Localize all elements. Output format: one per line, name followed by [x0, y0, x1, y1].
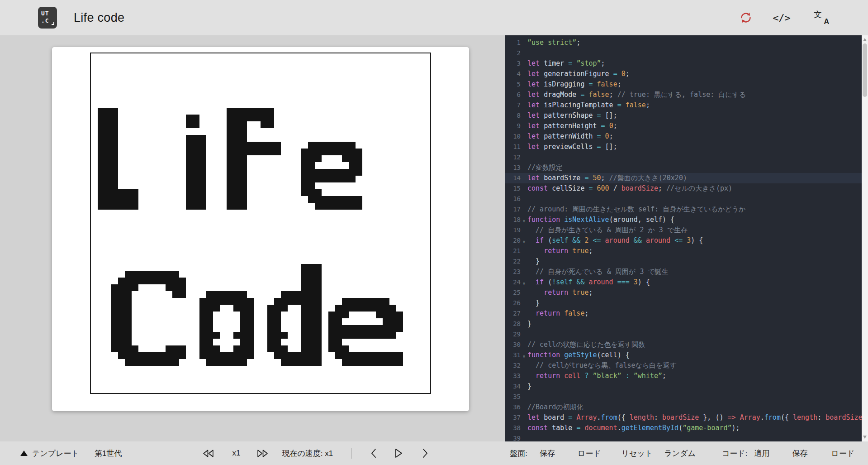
- alive-cell[interactable]: [125, 339, 132, 345]
- alive-cell[interactable]: [240, 176, 247, 182]
- alive-cell[interactable]: [118, 352, 125, 359]
- alive-cell[interactable]: [274, 149, 281, 155]
- alive-cell[interactable]: [193, 155, 199, 162]
- alive-cell[interactable]: [104, 176, 111, 182]
- alive-cell[interactable]: [301, 162, 308, 169]
- alive-cell[interactable]: [281, 345, 288, 352]
- alive-cell[interactable]: [104, 196, 111, 203]
- alive-cell[interactable]: [213, 305, 220, 312]
- code-line[interactable]: 29: [505, 329, 862, 340]
- alive-cell[interactable]: [199, 203, 206, 210]
- code-line[interactable]: 38const table = document.getElementById(…: [505, 423, 862, 433]
- alive-cell[interactable]: [335, 196, 342, 203]
- alive-cell[interactable]: [342, 155, 349, 162]
- alive-cell[interactable]: [335, 332, 342, 339]
- alive-cell[interactable]: [308, 162, 315, 169]
- alive-cell[interactable]: [349, 149, 356, 155]
- alive-cell[interactable]: [98, 196, 104, 203]
- alive-cell[interactable]: [125, 278, 132, 284]
- alive-cell[interactable]: [254, 115, 261, 121]
- alive-cell[interactable]: [240, 162, 247, 169]
- alive-cell[interactable]: [383, 312, 389, 318]
- alive-cell[interactable]: [104, 135, 111, 142]
- alive-cell[interactable]: [267, 339, 274, 345]
- alive-cell[interactable]: [118, 325, 125, 332]
- code-line[interactable]: 22 }: [505, 256, 862, 267]
- alive-cell[interactable]: [186, 155, 193, 162]
- alive-cell[interactable]: [233, 176, 240, 182]
- fold-chevron-icon[interactable]: ∨: [521, 237, 527, 247]
- alive-cell[interactable]: [267, 121, 274, 128]
- alive-cell[interactable]: [111, 298, 118, 305]
- alive-cell[interactable]: [294, 298, 301, 305]
- alive-cell[interactable]: [98, 182, 104, 189]
- alive-cell[interactable]: [369, 352, 376, 359]
- alive-cell[interactable]: [193, 196, 199, 203]
- alive-cell[interactable]: [301, 284, 308, 291]
- alive-cell[interactable]: [389, 359, 396, 366]
- alive-cell[interactable]: [206, 352, 213, 359]
- alive-cell[interactable]: [362, 298, 369, 305]
- alive-cell[interactable]: [125, 189, 132, 196]
- alive-cell[interactable]: [308, 169, 315, 176]
- alive-cell[interactable]: [186, 182, 193, 189]
- board-load-button[interactable]: ロード: [578, 448, 601, 459]
- code-editor[interactable]: 1”use strict”;23let timer = ”stop”;4let …: [505, 35, 862, 441]
- alive-cell[interactable]: [342, 345, 349, 352]
- alive-cell[interactable]: [254, 108, 261, 115]
- alive-cell[interactable]: [138, 352, 145, 359]
- alive-cell[interactable]: [247, 339, 254, 345]
- alive-cell[interactable]: [376, 298, 383, 305]
- alive-cell[interactable]: [111, 332, 118, 339]
- alive-cell[interactable]: [301, 352, 308, 359]
- alive-cell[interactable]: [301, 149, 308, 155]
- refresh-icon[interactable]: [739, 10, 753, 25]
- alive-cell[interactable]: [233, 162, 240, 169]
- alive-cell[interactable]: [376, 359, 383, 366]
- alive-cell[interactable]: [199, 318, 206, 325]
- code-line[interactable]: 39: [505, 433, 862, 441]
- alive-cell[interactable]: [328, 149, 335, 155]
- alive-cell[interactable]: [349, 142, 356, 149]
- code-line[interactable]: 28}: [505, 319, 862, 329]
- alive-cell[interactable]: [104, 189, 111, 196]
- alive-cell[interactable]: [240, 196, 247, 203]
- alive-cell[interactable]: [125, 359, 132, 366]
- alive-cell[interactable]: [247, 318, 254, 325]
- alive-cell[interactable]: [308, 298, 315, 305]
- alive-cell[interactable]: [342, 176, 349, 182]
- alive-cell[interactable]: [227, 115, 233, 121]
- alive-cell[interactable]: [315, 169, 322, 176]
- alive-cell[interactable]: [389, 325, 396, 332]
- alive-cell[interactable]: [274, 332, 281, 339]
- skip-forward-icon[interactable]: [256, 449, 269, 458]
- alive-cell[interactable]: [301, 291, 308, 298]
- alive-cell[interactable]: [308, 264, 315, 271]
- alive-cell[interactable]: [247, 115, 254, 121]
- alive-cell[interactable]: [281, 332, 288, 339]
- alive-cell[interactable]: [206, 339, 213, 345]
- alive-cell[interactable]: [145, 359, 152, 366]
- alive-cell[interactable]: [240, 305, 247, 312]
- scrollbar-up-arrow-icon[interactable]: [863, 38, 867, 41]
- alive-cell[interactable]: [179, 345, 186, 352]
- alive-cell[interactable]: [281, 359, 288, 366]
- alive-cell[interactable]: [247, 108, 254, 115]
- alive-cell[interactable]: [233, 359, 240, 366]
- alive-cell[interactable]: [342, 305, 349, 312]
- template-toggle-button[interactable]: テンプレート: [20, 448, 79, 459]
- alive-cell[interactable]: [362, 359, 369, 366]
- alive-cell[interactable]: [335, 339, 342, 345]
- code-icon[interactable]: </>: [771, 10, 792, 25]
- alive-cell[interactable]: [213, 345, 220, 352]
- alive-cell[interactable]: [172, 291, 179, 298]
- alive-cell[interactable]: [227, 162, 233, 169]
- alive-cell[interactable]: [301, 325, 308, 332]
- alive-cell[interactable]: [328, 318, 335, 325]
- alive-cell[interactable]: [111, 135, 118, 142]
- alive-cell[interactable]: [111, 142, 118, 149]
- alive-cell[interactable]: [132, 271, 138, 278]
- alive-cell[interactable]: [111, 149, 118, 155]
- code-line[interactable]: 15const cellSize = 600 / boardSize; //セル…: [505, 183, 862, 194]
- alive-cell[interactable]: [281, 305, 288, 312]
